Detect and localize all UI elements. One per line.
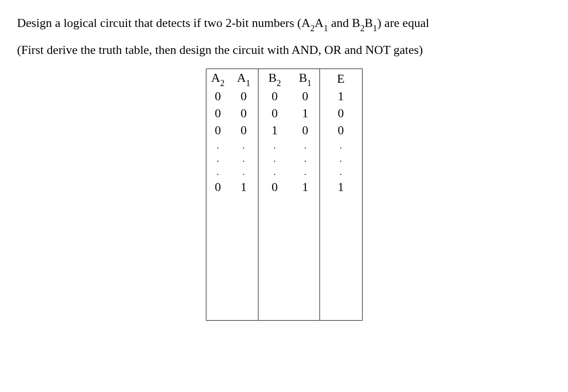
empty-row xyxy=(206,300,362,321)
problem-statement: Design a logical circuit that detects if… xyxy=(17,9,551,64)
table-header-row: A2 A1 B2 B1 E xyxy=(206,69,362,88)
cell-a2: 0 xyxy=(206,122,230,139)
cell-b2: 0 xyxy=(258,179,291,196)
dot-cell: . xyxy=(258,152,291,166)
cell-b1: 0 xyxy=(291,88,320,105)
cell-b2: 0 xyxy=(258,88,291,105)
cell-b1: 1 xyxy=(291,105,320,122)
dots-row: . . . . . xyxy=(206,166,362,179)
dot-cell: . xyxy=(230,166,258,179)
cell-e: 1 xyxy=(320,179,362,196)
header-e: E xyxy=(320,69,362,88)
dots-row: . . . . . xyxy=(206,139,362,152)
dot-cell: . xyxy=(320,166,362,179)
truth-table-wrapper: A2 A1 B2 B1 E 0 0 0 0 1 0 0 0 1 0 0 0 1 … xyxy=(17,69,551,321)
empty-row xyxy=(206,196,362,217)
cell-e: 0 xyxy=(320,122,362,139)
table-row: 0 0 1 0 0 xyxy=(206,122,362,139)
cell-a2: 0 xyxy=(206,179,230,196)
cell-a2: 0 xyxy=(206,88,230,105)
text-fragment: B xyxy=(364,16,373,30)
empty-row xyxy=(206,279,362,300)
empty-row xyxy=(206,237,362,258)
dot-cell: . xyxy=(230,139,258,152)
subscript: 2 xyxy=(360,23,364,33)
cell-b1: 0 xyxy=(291,122,320,139)
table-row: 0 1 0 1 1 xyxy=(206,179,362,196)
cell-b2: 1 xyxy=(258,122,291,139)
dot-cell: . xyxy=(320,139,362,152)
text-fragment: A xyxy=(315,16,324,30)
empty-row xyxy=(206,217,362,237)
problem-line-2: (First derive the truth table, then desi… xyxy=(17,43,423,57)
dot-cell: . xyxy=(291,139,320,152)
problem-line-1: Design a logical circuit that detects if… xyxy=(17,16,429,30)
empty-row xyxy=(206,258,362,279)
dot-cell: . xyxy=(291,152,320,166)
cell-e: 1 xyxy=(320,88,362,105)
cell-a2: 0 xyxy=(206,105,230,122)
table-row: 0 0 0 0 1 xyxy=(206,88,362,105)
cell-a1: 0 xyxy=(230,88,258,105)
header-b1: B1 xyxy=(291,69,320,88)
dot-cell: . xyxy=(291,166,320,179)
header-a1: A1 xyxy=(230,69,258,88)
header-b2: B2 xyxy=(258,69,291,88)
subscript: 1 xyxy=(324,23,328,33)
dot-cell: . xyxy=(258,166,291,179)
dot-cell: . xyxy=(206,139,230,152)
dots-row: . . . . . xyxy=(206,152,362,166)
truth-table: A2 A1 B2 B1 E 0 0 0 0 1 0 0 0 1 0 0 0 1 … xyxy=(206,69,363,321)
dot-cell: . xyxy=(230,152,258,166)
subscript: 2 xyxy=(311,23,315,33)
dot-cell: . xyxy=(206,166,230,179)
table-row: 0 0 0 1 0 xyxy=(206,105,362,122)
cell-e: 0 xyxy=(320,105,362,122)
text-fragment: Design a logical circuit that detects if… xyxy=(17,16,311,30)
cell-a1: 0 xyxy=(230,122,258,139)
cell-a1: 1 xyxy=(230,179,258,196)
subscript: 1 xyxy=(373,23,377,33)
dot-cell: . xyxy=(320,152,362,166)
cell-a1: 0 xyxy=(230,105,258,122)
text-fragment: ) are equal xyxy=(377,16,429,30)
text-fragment: and B xyxy=(328,16,360,30)
cell-b1: 1 xyxy=(291,179,320,196)
cell-b2: 0 xyxy=(258,105,291,122)
dot-cell: . xyxy=(206,152,230,166)
dot-cell: . xyxy=(258,139,291,152)
header-a2: A2 xyxy=(206,69,230,88)
